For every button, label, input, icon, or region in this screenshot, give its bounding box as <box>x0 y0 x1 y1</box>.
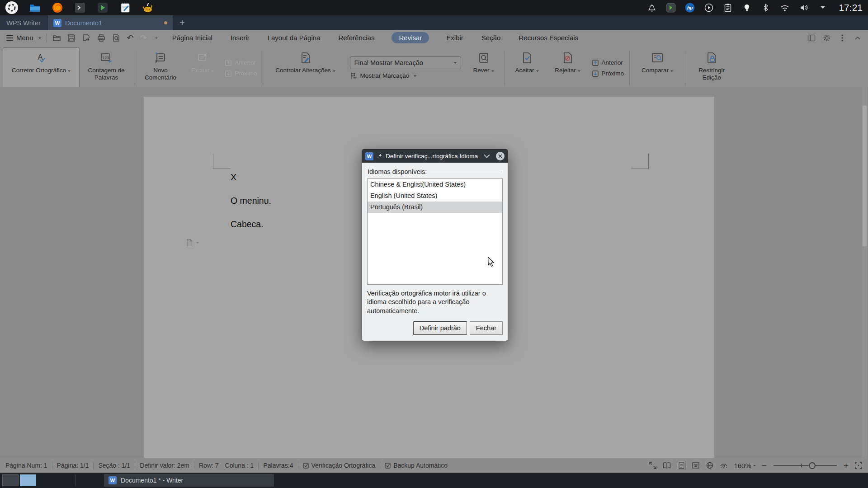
fullscreen-view-icon[interactable] <box>649 461 657 469</box>
fit-page-icon[interactable] <box>854 461 863 469</box>
zoom-slider[interactable] <box>774 465 837 466</box>
tab-layout-da-pagina[interactable]: Layout da Página <box>267 32 321 43</box>
status-section[interactable]: Seção : 1/1 <box>98 462 130 469</box>
web-view-icon[interactable] <box>706 461 714 469</box>
app-launcher-icon[interactable] <box>5 1 18 14</box>
more-options-icon[interactable] <box>838 33 846 42</box>
tab-exibir[interactable]: Exibir <box>445 32 464 43</box>
show-markup-button[interactable]: Mostrar Marcação <box>350 72 461 80</box>
export-pdf-icon[interactable] <box>82 33 91 42</box>
status-set-value[interactable]: Definir valor: 2em <box>140 462 189 469</box>
reading-layout-icon[interactable] <box>807 33 816 42</box>
updates-badge-icon[interactable] <box>665 2 677 14</box>
wps-home-button[interactable]: WPS Writer <box>0 15 47 30</box>
page-view-icon[interactable] <box>677 461 686 470</box>
notifications-bell-icon[interactable] <box>646 2 658 14</box>
tab-inserir[interactable]: Inserir <box>230 32 250 43</box>
language-option[interactable]: English (United States) <box>368 190 502 202</box>
group-rule <box>430 172 502 172</box>
save-icon[interactable] <box>67 33 76 42</box>
quickbar-more-icon[interactable] <box>155 38 158 40</box>
main-menu-button[interactable]: Menu <box>6 34 41 42</box>
collapse-ribbon-icon[interactable] <box>853 33 862 42</box>
show-markup-icon <box>350 72 358 80</box>
hp-device-icon[interactable]: hp <box>684 2 696 14</box>
scrollbar-thumb[interactable] <box>863 105 867 246</box>
undo-icon[interactable]: ↶ <box>127 34 134 42</box>
clipboard-icon[interactable] <box>722 2 734 14</box>
set-default-button[interactable]: Definir padrão <box>413 321 467 335</box>
status-words[interactable]: Palavras:4 <box>263 462 293 469</box>
tab-secao[interactable]: Seção <box>481 32 502 43</box>
language-option[interactable]: Chinese & Englist(United States) <box>368 179 502 190</box>
open-file-icon[interactable] <box>52 33 61 42</box>
dialog-close-button[interactable] <box>496 152 505 160</box>
tab-pagina-inicial[interactable]: Página Inicial <box>171 32 213 43</box>
zoom-level-value[interactable]: 160% <box>734 462 755 469</box>
reject-change-button[interactable]: Rejeitar <box>547 47 588 89</box>
status-page[interactable]: Página: 1/1 <box>57 462 89 469</box>
spellcheck-button[interactable]: A Corretor Ortográfico <box>3 47 80 89</box>
word-count-button[interactable]: 123 Contagem de Palavras <box>80 47 132 89</box>
bluetooth-icon[interactable] <box>760 2 772 14</box>
tea-lamp-icon[interactable] <box>142 2 154 14</box>
virtual-desktop-1[interactable] <box>2 474 19 486</box>
zoom-in-button[interactable]: + <box>844 461 849 470</box>
wifi-icon[interactable] <box>779 2 791 14</box>
next-comment-button[interactable]: Próximo <box>225 70 257 77</box>
dev-console-icon[interactable] <box>97 2 108 14</box>
firefox-icon[interactable] <box>52 2 63 14</box>
language-listbox[interactable]: Chinese & Englist(United States) English… <box>367 178 503 285</box>
new-tab-button[interactable]: + <box>173 15 192 30</box>
zoom-slider-knob[interactable] <box>809 462 816 469</box>
eye-protect-icon[interactable] <box>720 461 728 469</box>
language-option-selected[interactable]: Português (Brasil) <box>368 202 502 213</box>
zoom-out-button[interactable]: − <box>762 461 767 470</box>
taskbar-entry-writer[interactable]: W Documento1 * - Writer <box>104 474 274 487</box>
track-changes-button[interactable]: Controlar Alterações <box>266 47 345 89</box>
doc-line[interactable]: X <box>231 165 271 189</box>
print-preview-icon[interactable] <box>112 33 121 42</box>
two-page-view-icon[interactable] <box>663 461 671 469</box>
close-button[interactable]: Fechar <box>470 321 503 335</box>
tab-revisar[interactable]: Revisar <box>392 32 429 43</box>
outline-view-icon[interactable] <box>692 461 700 469</box>
new-comment-button[interactable]: Novo Comentário <box>138 47 183 89</box>
delete-comment-button[interactable]: Excluir <box>184 47 221 89</box>
dialog-title-bar[interactable]: W Definir verificaç...rtográfica Idioma <box>362 150 508 163</box>
tab-recursos-especiais[interactable]: Recursos Especiais <box>518 32 579 43</box>
roll-up-chevron-icon[interactable] <box>484 154 490 158</box>
menu-button-label: Menu <box>16 34 33 42</box>
volume-icon[interactable] <box>798 2 810 14</box>
print-icon[interactable] <box>97 33 106 42</box>
virtual-desktop-2-active[interactable] <box>20 474 36 486</box>
terminal-icon[interactable] <box>74 2 86 14</box>
redo-icon[interactable]: ↷ <box>140 34 147 42</box>
notes-editor-icon[interactable] <box>119 2 131 14</box>
menu-bar: Menu ↶ ↷ Página Inicial Inserir Layout d… <box>0 30 868 45</box>
status-spellcheck-toggle[interactable]: Verificação Ortográfica <box>303 462 376 469</box>
settings-gear-icon[interactable] <box>822 33 831 42</box>
paste-options-button[interactable] <box>186 239 199 247</box>
review-button[interactable]: Rever <box>466 47 502 89</box>
previous-change-button[interactable]: Anterior <box>592 59 624 66</box>
media-player-icon[interactable] <box>703 2 715 14</box>
previous-comment-button[interactable]: Anterior <box>225 59 257 66</box>
tray-expander-icon[interactable] <box>817 2 829 14</box>
markup-view-select[interactable]: Final Mostrar Marcação <box>350 56 461 69</box>
document-text[interactable]: X O meninu. Cabeca. <box>231 165 271 236</box>
compare-button[interactable]: Comparar <box>632 47 682 89</box>
restrict-editing-button[interactable]: Restringir Edição <box>688 47 735 89</box>
tab-referencias[interactable]: Referências <box>337 32 375 43</box>
accept-change-button[interactable]: Aceitar <box>508 47 547 89</box>
color-bulb-icon[interactable] <box>741 2 753 14</box>
pin-icon[interactable] <box>377 153 382 159</box>
status-backup-toggle[interactable]: Backup Automático <box>385 462 448 469</box>
next-change-button[interactable]: Próximo <box>592 70 624 77</box>
doc-line[interactable]: O meninu. <box>231 189 271 212</box>
doc-line[interactable]: Cabeca. <box>231 212 271 236</box>
vertical-scrollbar[interactable] <box>862 87 868 458</box>
status-page-num[interactable]: Página Num: 1 <box>5 462 47 469</box>
file-manager-icon[interactable] <box>29 2 41 14</box>
tab-documento1[interactable]: W Documento1 <box>48 15 173 30</box>
